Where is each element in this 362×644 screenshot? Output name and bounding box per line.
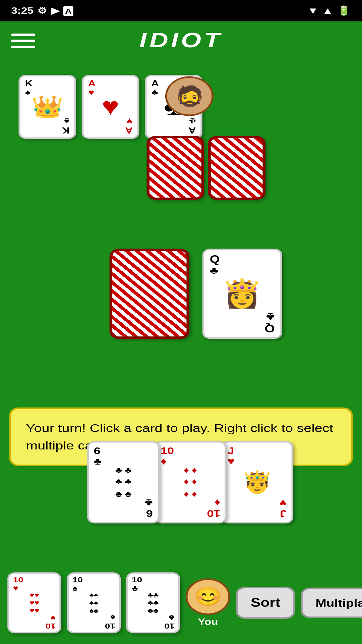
multiplayer-button[interactable]: Multiplayer — [301, 588, 362, 618]
font-icon: A — [63, 6, 73, 16]
opponent-card-2[interactable]: A♥ ♥ A♥ — [82, 75, 139, 139]
sort-button[interactable]: Sort — [236, 587, 295, 619]
status-bar: 3:25 ⚙ ▶ A ▼ ▲ 🔋 — [0, 0, 362, 21]
signal-icon: ▲ — [322, 5, 333, 16]
play-icon: ▶ — [51, 5, 59, 16]
player-name: You — [198, 616, 218, 627]
player-facedown-1[interactable]: 10♥ ♥♥♥♥♥♥ 10♥ — [7, 572, 61, 633]
bottom-bar: 10♥ ♥♥♥♥♥♥ 10♥ 10♠ ♠♠♠♠♠♠ 10♠ 10♣ ♣ — [0, 561, 362, 644]
player-facedown-3[interactable]: 10♣ ♣♣♣♣♣♣ 10♣ — [126, 572, 180, 633]
opponent-facedown-2 — [208, 136, 265, 200]
player-avatar: 😊 You — [186, 578, 230, 627]
draw-pile[interactable] — [110, 249, 189, 339]
status-right: ▼ ▲ 🔋 — [307, 5, 351, 16]
hamburger-menu[interactable] — [11, 33, 35, 48]
status-left: 3:25 ⚙ ▶ A — [11, 5, 73, 16]
opponent-avatar: 🧔 Bill — [165, 76, 214, 128]
app-title: IDIOT — [139, 28, 223, 53]
settings-icon: ⚙ — [37, 5, 47, 16]
header: IDIOT — [0, 21, 362, 60]
time-display: 3:25 — [11, 5, 34, 16]
player-hand: 6♣ ♣ ♣♣ ♣♣ ♣ 6♣ 10♦ ♦ ♦♦ ♦♦ ♦ 10♦ J♥ 🤴 — [87, 441, 293, 524]
wifi-icon: ▼ — [307, 5, 318, 16]
game-area: K♠ 👑 K♠ A♥ ♥ A♥ A♣ ♣ A♣ 🧔 — [0, 59, 362, 644]
opponent-card-1[interactable]: K♠ 👑 K♠ — [18, 75, 76, 139]
player-facedown-2[interactable]: 10♠ ♠♠♠♠♠♠ 10♠ — [67, 572, 121, 633]
discard-pile[interactable]: Q♣ 👸 Q♣ — [202, 249, 282, 339]
player-face: 😊 — [186, 578, 230, 615]
hand-card-2[interactable]: 10♦ ♦ ♦♦ ♦♦ ♦ 10♦ — [154, 441, 227, 524]
opponent-face: 🧔 — [165, 76, 214, 116]
opponent-facedown-cards — [147, 136, 265, 200]
opponent-facedown-1 — [147, 136, 204, 200]
hand-card-3[interactable]: J♥ 🤴 J♥ — [221, 441, 293, 524]
opponent-name: Bill — [181, 117, 198, 128]
battery-icon: 🔋 — [337, 5, 351, 16]
hand-card-1[interactable]: 6♣ ♣ ♣♣ ♣♣ ♣ 6♣ — [87, 441, 160, 524]
